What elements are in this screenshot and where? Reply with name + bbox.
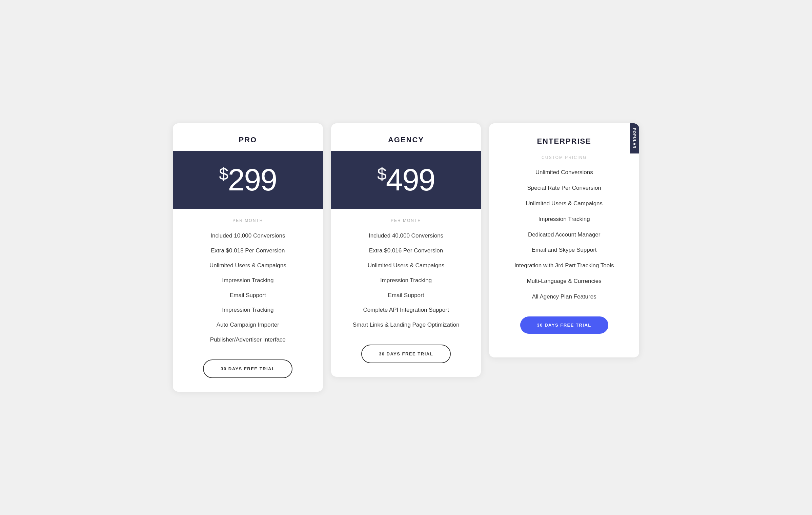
list-item: Unlimited Users & Campaigns	[499, 196, 629, 211]
list-item: Smart Links & Landing Page Optimization	[341, 317, 471, 332]
pro-trial-button[interactable]: 30 DAYS FREE TRIAL	[203, 359, 292, 378]
enterprise-cta-container: 30 DAYS FREE TRIAL	[489, 304, 639, 351]
pro-header: PRO	[173, 123, 323, 151]
agency-price-value: 499	[386, 163, 435, 197]
list-item: Impression Tracking	[341, 273, 471, 288]
list-item: All Agency Plan Features	[499, 289, 629, 305]
agency-currency: $	[377, 165, 386, 184]
agency-features-list: Included 40,000 Conversions Extra $0.016…	[331, 228, 481, 332]
agency-price-amount: $499	[338, 165, 474, 195]
list-item: Impression Tracking	[183, 303, 313, 317]
list-item: Complete API Integration Support	[341, 303, 471, 317]
list-item: Extra $0.018 Per Conversion	[183, 243, 313, 258]
pricing-container: PRO $299 PER MONTH Included 10,000 Conve…	[169, 123, 643, 391]
pro-price-amount: $299	[180, 165, 316, 195]
enterprise-features-list: Unlimited Conversions Special Rate Per C…	[489, 165, 639, 304]
enterprise-card: Popular ENTERPRISE CUSTOM PRICING Unlimi…	[489, 123, 639, 357]
pro-features-list: Included 10,000 Conversions Extra $0.018…	[173, 228, 323, 347]
list-item: Unlimited Users & Campaigns	[341, 258, 471, 273]
list-item: Unlimited Conversions	[499, 165, 629, 180]
agency-header: AGENCY	[331, 123, 481, 151]
agency-cta-container: 30 DAYS FREE TRIAL	[331, 332, 481, 377]
list-item: Unlimited Users & Campaigns	[183, 258, 313, 273]
agency-title: AGENCY	[338, 136, 474, 144]
agency-per-month: PER MONTH	[331, 209, 481, 228]
list-item: Extra $0.016 Per Conversion	[341, 243, 471, 258]
list-item: Included 40,000 Conversions	[341, 228, 471, 243]
list-item: Multi-Language & Currencies	[499, 273, 629, 289]
list-item: Impression Tracking	[499, 211, 629, 227]
pro-price-value: 299	[228, 163, 277, 197]
agency-card: AGENCY $499 PER MONTH Included 40,000 Co…	[331, 123, 481, 377]
list-item: Email and Skype Support	[499, 242, 629, 258]
enterprise-header: ENTERPRISE	[489, 123, 639, 149]
list-item: Special Rate Per Conversion	[499, 180, 629, 196]
list-item: Integration with 3rd Part Tracking Tools	[499, 258, 629, 273]
list-item: Auto Campaign Importer	[183, 317, 313, 332]
enterprise-title: ENTERPRISE	[496, 137, 632, 146]
pro-cta-container: 30 DAYS FREE TRIAL	[173, 347, 323, 392]
pro-price-block: $299	[173, 151, 323, 209]
popular-badge: Popular	[630, 123, 639, 153]
list-item: Dedicated Account Manager	[499, 227, 629, 243]
list-item: Impression Tracking	[183, 273, 313, 288]
list-item: Publisher/Advertiser Interface	[183, 332, 313, 347]
enterprise-custom-pricing: CUSTOM PRICING	[489, 149, 639, 165]
list-item: Email Support	[183, 288, 313, 303]
pro-title: PRO	[180, 136, 316, 144]
pro-card: PRO $299 PER MONTH Included 10,000 Conve…	[173, 123, 323, 391]
pro-per-month: PER MONTH	[173, 209, 323, 228]
agency-trial-button[interactable]: 30 DAYS FREE TRIAL	[361, 345, 451, 363]
enterprise-trial-button[interactable]: 30 DAYS FREE TRIAL	[520, 316, 608, 334]
list-item: Included 10,000 Conversions	[183, 228, 313, 243]
agency-price-block: $499	[331, 151, 481, 209]
list-item: Email Support	[341, 288, 471, 303]
pro-currency: $	[219, 165, 228, 184]
